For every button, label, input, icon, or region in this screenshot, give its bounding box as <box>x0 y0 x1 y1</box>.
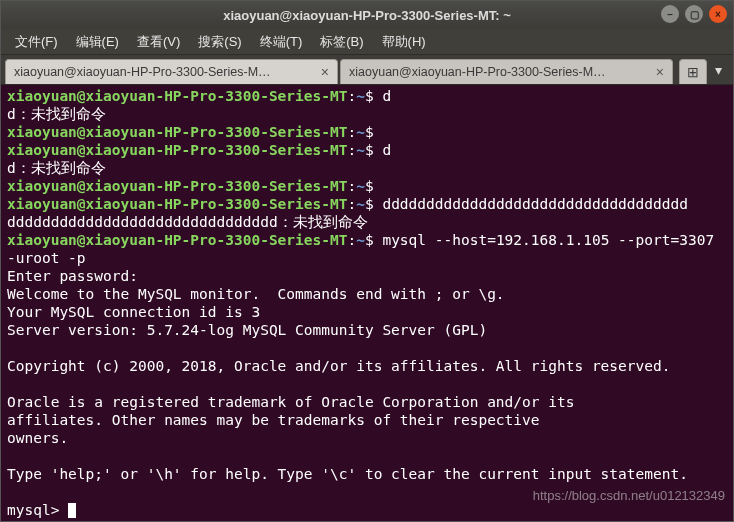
cursor-icon <box>68 503 76 518</box>
prompt-user: xiaoyuan@xiaoyuan-HP-Pro-3300-Series-MT <box>7 196 347 212</box>
window-title: xiaoyuan@xiaoyuan-HP-Pro-3300-Series-MT:… <box>223 8 511 23</box>
menu-help[interactable]: 帮助(H) <box>374 30 434 54</box>
tab-bar: xiaoyuan@xiaoyuan-HP-Pro-3300-Series-M… … <box>1 55 733 85</box>
out-copyright: Copyright (c) 2000, 2018, Oracle and/or … <box>7 358 670 374</box>
tab-0-label: xiaoyuan@xiaoyuan-HP-Pro-3300-Series-M… <box>14 65 315 79</box>
prompt-user: xiaoyuan@xiaoyuan-HP-Pro-3300-Series-MT <box>7 178 347 194</box>
terminal-view[interactable]: xiaoyuan@xiaoyuan-HP-Pro-3300-Series-MT:… <box>1 85 733 522</box>
out-trademark-1: Oracle is a registered trademark of Orac… <box>7 394 574 410</box>
out-trademark-2: affiliates. Other names may be trademark… <box>7 412 540 428</box>
tab-menu-button[interactable]: ▾ <box>707 55 729 84</box>
out-server-version: Server version: 5.7.24-log MySQL Communi… <box>7 322 487 338</box>
minimize-button[interactable]: – <box>661 5 679 23</box>
tab-1[interactable]: xiaoyuan@xiaoyuan-HP-Pro-3300-Series-M… … <box>340 59 673 84</box>
tab-0-close-icon[interactable]: × <box>321 65 329 79</box>
maximize-button[interactable]: ▢ <box>685 5 703 23</box>
tab-1-close-icon[interactable]: × <box>656 65 664 79</box>
err-5: ddddddddddddddddddddddddddddddd：未找到命令 <box>7 214 368 230</box>
cmd-5: ddddddddddddddddddddddddddddddddddd <box>382 196 688 212</box>
out-help-hint: Type 'help;' or '\h' for help. Type '\c'… <box>7 466 688 482</box>
out-enter-password: Enter password: <box>7 268 138 284</box>
prompt-user: xiaoyuan@xiaoyuan-HP-Pro-3300-Series-MT <box>7 88 347 104</box>
mysql-prompt: mysql> <box>7 502 68 518</box>
cmd-1: d <box>382 88 391 104</box>
close-button[interactable]: × <box>709 5 727 23</box>
out-trademark-3: owners. <box>7 430 68 446</box>
prompt-user: xiaoyuan@xiaoyuan-HP-Pro-3300-Series-MT <box>7 124 347 140</box>
prompt-colon: : <box>347 88 356 104</box>
title-bar: xiaoyuan@xiaoyuan-HP-Pro-3300-Series-MT:… <box>1 1 733 29</box>
out-welcome: Welcome to the MySQL monitor. Commands e… <box>7 286 505 302</box>
tab-1-label: xiaoyuan@xiaoyuan-HP-Pro-3300-Series-M… <box>349 65 650 79</box>
menu-search[interactable]: 搜索(S) <box>190 30 249 54</box>
menu-tabs[interactable]: 标签(B) <box>312 30 371 54</box>
menu-bar: 文件(F) 编辑(E) 查看(V) 搜索(S) 终端(T) 标签(B) 帮助(H… <box>1 29 733 55</box>
err-1: d：未找到命令 <box>7 106 106 122</box>
prompt-user: xiaoyuan@xiaoyuan-HP-Pro-3300-Series-MT <box>7 142 347 158</box>
cmd-3: d <box>382 142 391 158</box>
prompt-path: ~ <box>356 88 365 104</box>
prompt-dollar: $ <box>365 88 382 104</box>
tab-0[interactable]: xiaoyuan@xiaoyuan-HP-Pro-3300-Series-M… … <box>5 59 338 84</box>
new-tab-button[interactable]: ⊞ <box>679 59 707 84</box>
err-3: d：未找到命令 <box>7 160 106 176</box>
prompt-user: xiaoyuan@xiaoyuan-HP-Pro-3300-Series-MT <box>7 232 347 248</box>
window-controls: – ▢ × <box>661 5 727 23</box>
out-connection-id: Your MySQL connection id is 3 <box>7 304 260 320</box>
menu-file[interactable]: 文件(F) <box>7 30 66 54</box>
watermark: https://blog.csdn.net/u012132349 <box>533 487 725 505</box>
menu-view[interactable]: 查看(V) <box>129 30 188 54</box>
menu-edit[interactable]: 编辑(E) <box>68 30 127 54</box>
menu-terminal[interactable]: 终端(T) <box>252 30 311 54</box>
